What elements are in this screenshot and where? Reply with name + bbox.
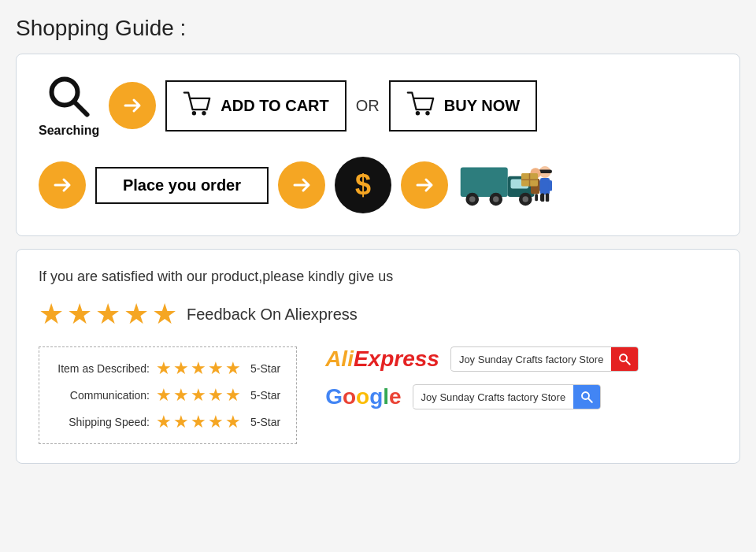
rating-row-shipping: Shipping Speed: ★ ★ ★ ★ ★ 5-Star xyxy=(55,412,280,432)
communication-5star-badge: 5-Star xyxy=(250,389,280,402)
google-search-box[interactable]: Joy Sunday Crafts factory Store xyxy=(413,384,602,409)
platforms-section: AliExpress Joy Sunday Crafts factory Sto… xyxy=(325,346,639,409)
google-search-icon xyxy=(580,390,594,404)
buy-now-button[interactable]: BUY NOW xyxy=(389,80,537,132)
place-order-button[interactable]: Place you order xyxy=(95,167,269,204)
search-icon xyxy=(46,73,93,120)
page-title: Shopping Guide : xyxy=(16,16,740,41)
google-row: Google Joy Sunday Crafts factory Store xyxy=(325,384,639,409)
svg-rect-25 xyxy=(535,194,538,201)
shipping-label: Shipping Speed: xyxy=(55,416,150,428)
svg-rect-24 xyxy=(540,194,543,201)
item-stars: ★ ★ ★ ★ ★ xyxy=(156,358,241,379)
feedback-bottom: Item as Described: ★ ★ ★ ★ ★ 5-Star Comm… xyxy=(39,346,717,444)
payment-icon: $ xyxy=(335,157,391,213)
shipping-5star-badge: 5-Star xyxy=(250,416,280,428)
add-to-cart-button[interactable]: ADD TO CART xyxy=(165,80,346,132)
star-3: ★ xyxy=(95,298,120,331)
svg-point-2 xyxy=(192,111,196,115)
delivery-icon xyxy=(458,154,552,217)
svg-point-12 xyxy=(493,196,499,202)
svg-point-4 xyxy=(415,111,419,115)
svg-point-14 xyxy=(523,196,529,202)
svg-rect-6 xyxy=(461,168,508,198)
svg-line-32 xyxy=(588,398,592,402)
feedback-on-aliexpress-label: Feedback On Aliexpress xyxy=(187,306,358,324)
svg-line-1 xyxy=(74,102,87,115)
ratings-table: Item as Described: ★ ★ ★ ★ ★ 5-Star Comm… xyxy=(39,346,297,444)
arrow-4 xyxy=(401,161,448,209)
rating-row-item: Item as Described: ★ ★ ★ ★ ★ 5-Star xyxy=(55,358,280,379)
star-1: ★ xyxy=(39,298,64,331)
big-stars-row: ★ ★ ★ ★ ★ Feedback On Aliexpress xyxy=(39,298,717,331)
google-logo: Google xyxy=(325,384,401,409)
dollar-sign: $ xyxy=(355,169,371,202)
star-4: ★ xyxy=(124,298,149,331)
star-2: ★ xyxy=(67,298,92,331)
or-text: OR xyxy=(356,97,380,115)
communication-stars: ★ ★ ★ ★ ★ xyxy=(156,385,241,406)
add-to-cart-label: ADD TO CART xyxy=(220,97,328,115)
searching-label: Searching xyxy=(39,124,99,138)
svg-point-3 xyxy=(202,111,206,115)
google-search-button[interactable] xyxy=(573,385,600,409)
star-5: ★ xyxy=(152,298,177,331)
google-store-name: Joy Sunday Crafts factory Store xyxy=(413,387,574,408)
buy-now-label: BUY NOW xyxy=(444,97,520,115)
shipping-stars: ★ ★ ★ ★ ★ xyxy=(156,412,241,432)
aliexpress-search-icon xyxy=(617,352,632,366)
svg-point-5 xyxy=(425,111,429,115)
aliexpress-store-name: Joy Sunday Crafts factory Store xyxy=(451,349,612,370)
truck-svg xyxy=(458,154,552,217)
svg-line-30 xyxy=(627,361,631,365)
big-star-group: ★ ★ ★ ★ ★ xyxy=(39,298,177,331)
communication-label: Communication: xyxy=(55,389,150,402)
svg-point-10 xyxy=(469,196,476,202)
shopping-steps-card: Searching ADD TO CART OR xyxy=(16,54,740,236)
aliexpress-row: AliExpress Joy Sunday Crafts factory Sto… xyxy=(325,346,639,372)
search-step: Searching xyxy=(39,73,99,138)
place-order-label: Place you order xyxy=(123,176,241,194)
cart-icon-2 xyxy=(406,90,435,122)
aliexpress-search-button[interactable] xyxy=(611,347,638,371)
svg-rect-18 xyxy=(549,180,553,191)
arrow-2 xyxy=(39,161,86,209)
item-5star-badge: 5-Star xyxy=(250,362,280,375)
rating-row-communication: Communication: ★ ★ ★ ★ ★ 5-Star xyxy=(55,385,280,406)
svg-rect-20 xyxy=(546,194,550,202)
cart-icon xyxy=(183,90,211,122)
feedback-title: If you are satisfied with our product,pl… xyxy=(39,269,717,285)
feedback-card: If you are satisfied with our product,pl… xyxy=(16,249,740,464)
item-described-label: Item as Described: xyxy=(55,362,150,375)
arrow-1 xyxy=(109,82,156,129)
aliexpress-logo: AliExpress xyxy=(325,346,439,372)
aliexpress-search-box[interactable]: Joy Sunday Crafts factory Store xyxy=(450,346,639,372)
arrow-3 xyxy=(278,161,325,209)
step-row-1: Searching ADD TO CART OR xyxy=(39,73,717,138)
step-row-2: Place you order $ xyxy=(39,154,717,217)
